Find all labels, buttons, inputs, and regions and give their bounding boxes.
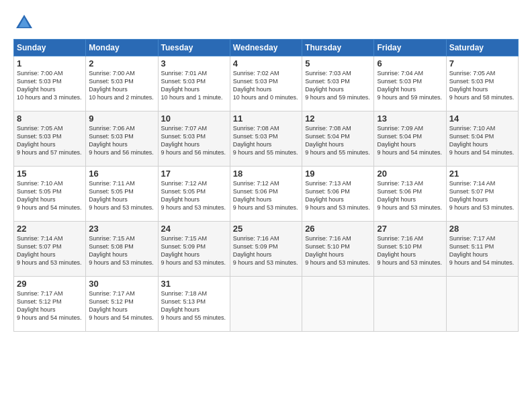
header-thursday: Thursday: [302, 40, 374, 56]
day-number: 30: [89, 279, 154, 289]
cell-content: Sunrise: 7:04 AM Sunset: 5:03 PM Dayligh…: [377, 69, 443, 102]
calendar-cell: 11 Sunrise: 7:08 AM Sunset: 5:03 PM Dayl…: [230, 111, 302, 167]
day-number: 17: [161, 169, 227, 179]
day-number: 12: [305, 113, 371, 124]
day-number: 8: [17, 113, 83, 124]
day-number: 14: [449, 113, 515, 124]
calendar-cell: 10 Sunrise: 7:07 AM Sunset: 5:03 PM Dayl…: [158, 111, 230, 167]
cell-content: Sunrise: 7:16 AM Sunset: 5:09 PM Dayligh…: [233, 234, 299, 267]
cell-content: Sunrise: 7:03 AM Sunset: 5:03 PM Dayligh…: [305, 69, 371, 102]
calendar-cell: 31 Sunrise: 7:18 AM Sunset: 5:13 PM Dayl…: [158, 277, 230, 332]
calendar-cell: 6 Sunrise: 7:04 AM Sunset: 5:03 PM Dayli…: [374, 56, 446, 111]
calendar-cell: 30 Sunrise: 7:17 AM Sunset: 5:12 PM Dayl…: [86, 277, 158, 332]
calendar-cell: [230, 277, 302, 332]
calendar-cell: 29 Sunrise: 7:17 AM Sunset: 5:12 PM Dayl…: [14, 277, 86, 332]
cell-content: Sunrise: 7:17 AM Sunset: 5:12 PM Dayligh…: [17, 289, 83, 322]
calendar-cell: 1 Sunrise: 7:00 AM Sunset: 5:03 PM Dayli…: [14, 56, 86, 111]
header: [13, 12, 519, 34]
calendar-cell: 19 Sunrise: 7:13 AM Sunset: 5:06 PM Dayl…: [302, 167, 374, 222]
calendar-cell: 23 Sunrise: 7:15 AM Sunset: 5:08 PM Dayl…: [86, 222, 158, 277]
calendar-cell: 13 Sunrise: 7:09 AM Sunset: 5:04 PM Dayl…: [374, 111, 446, 167]
cell-content: Sunrise: 7:11 AM Sunset: 5:05 PM Dayligh…: [89, 179, 154, 212]
header-tuesday: Tuesday: [158, 40, 230, 56]
day-number: 16: [89, 169, 154, 179]
cell-content: Sunrise: 7:13 AM Sunset: 5:06 PM Dayligh…: [377, 179, 443, 212]
day-number: 9: [89, 113, 154, 124]
cell-content: Sunrise: 7:15 AM Sunset: 5:09 PM Dayligh…: [161, 234, 227, 267]
calendar-cell: 17 Sunrise: 7:12 AM Sunset: 5:05 PM Dayl…: [158, 167, 230, 222]
week-row-1: 1 Sunrise: 7:00 AM Sunset: 5:03 PM Dayli…: [14, 56, 519, 111]
cell-content: Sunrise: 7:16 AM Sunset: 5:10 PM Dayligh…: [305, 234, 371, 267]
cell-content: Sunrise: 7:14 AM Sunset: 5:07 PM Dayligh…: [17, 234, 83, 267]
calendar-cell: 18 Sunrise: 7:12 AM Sunset: 5:06 PM Dayl…: [230, 167, 302, 222]
calendar-cell: 26 Sunrise: 7:16 AM Sunset: 5:10 PM Dayl…: [302, 222, 374, 277]
calendar-cell: 21 Sunrise: 7:14 AM Sunset: 5:07 PM Dayl…: [446, 167, 518, 222]
day-number: 3: [161, 58, 227, 68]
cell-content: Sunrise: 7:08 AM Sunset: 5:03 PM Dayligh…: [233, 124, 299, 157]
cell-content: Sunrise: 7:15 AM Sunset: 5:08 PM Dayligh…: [89, 234, 154, 267]
cell-content: Sunrise: 7:06 AM Sunset: 5:03 PM Dayligh…: [89, 124, 154, 157]
header-monday: Monday: [86, 40, 158, 56]
day-number: 28: [449, 224, 515, 234]
calendar-cell: 27 Sunrise: 7:16 AM Sunset: 5:10 PM Dayl…: [374, 222, 446, 277]
header-row: SundayMondayTuesdayWednesdayThursdayFrid…: [14, 40, 519, 56]
calendar-cell: [302, 277, 374, 332]
logo: [13, 12, 38, 34]
day-number: 6: [377, 58, 443, 68]
day-number: 24: [161, 224, 227, 234]
cell-content: Sunrise: 7:13 AM Sunset: 5:06 PM Dayligh…: [305, 179, 371, 212]
calendar-cell: 14 Sunrise: 7:10 AM Sunset: 5:04 PM Dayl…: [446, 111, 518, 167]
day-number: 1: [17, 58, 83, 68]
calendar-cell: 16 Sunrise: 7:11 AM Sunset: 5:05 PM Dayl…: [86, 167, 158, 222]
day-number: 31: [161, 279, 227, 289]
week-row-3: 15 Sunrise: 7:10 AM Sunset: 5:05 PM Dayl…: [14, 167, 519, 222]
day-number: 23: [89, 224, 154, 234]
cell-content: Sunrise: 7:09 AM Sunset: 5:04 PM Dayligh…: [377, 124, 443, 157]
cell-content: Sunrise: 7:10 AM Sunset: 5:05 PM Dayligh…: [17, 179, 83, 212]
day-number: 27: [377, 224, 443, 234]
day-number: 21: [449, 169, 515, 179]
cell-content: Sunrise: 7:05 AM Sunset: 5:03 PM Dayligh…: [449, 69, 515, 102]
calendar-cell: 20 Sunrise: 7:13 AM Sunset: 5:06 PM Dayl…: [374, 167, 446, 222]
cell-content: Sunrise: 7:01 AM Sunset: 5:03 PM Dayligh…: [161, 69, 227, 102]
day-number: 15: [17, 169, 83, 179]
calendar-cell: 8 Sunrise: 7:05 AM Sunset: 5:03 PM Dayli…: [14, 111, 86, 167]
day-number: 4: [233, 58, 299, 68]
cell-content: Sunrise: 7:16 AM Sunset: 5:10 PM Dayligh…: [377, 234, 443, 267]
cell-content: Sunrise: 7:17 AM Sunset: 5:12 PM Dayligh…: [89, 289, 154, 322]
calendar-cell: 28 Sunrise: 7:17 AM Sunset: 5:11 PM Dayl…: [446, 222, 518, 277]
calendar-cell: [374, 277, 446, 332]
cell-content: Sunrise: 7:18 AM Sunset: 5:13 PM Dayligh…: [161, 289, 227, 322]
cell-content: Sunrise: 7:00 AM Sunset: 5:03 PM Dayligh…: [17, 69, 83, 102]
day-number: 13: [377, 113, 443, 124]
cell-content: Sunrise: 7:08 AM Sunset: 5:04 PM Dayligh…: [305, 124, 371, 157]
day-number: 22: [17, 224, 83, 234]
calendar-cell: 4 Sunrise: 7:02 AM Sunset: 5:03 PM Dayli…: [230, 56, 302, 111]
calendar-cell: 24 Sunrise: 7:15 AM Sunset: 5:09 PM Dayl…: [158, 222, 230, 277]
day-number: 5: [305, 58, 371, 68]
cell-content: Sunrise: 7:14 AM Sunset: 5:07 PM Dayligh…: [449, 179, 515, 212]
cell-content: Sunrise: 7:07 AM Sunset: 5:03 PM Dayligh…: [161, 124, 227, 157]
day-number: 10: [161, 113, 227, 124]
calendar-cell: 22 Sunrise: 7:14 AM Sunset: 5:07 PM Dayl…: [14, 222, 86, 277]
calendar-cell: 25 Sunrise: 7:16 AM Sunset: 5:09 PM Dayl…: [230, 222, 302, 277]
calendar-cell: 5 Sunrise: 7:03 AM Sunset: 5:03 PM Dayli…: [302, 56, 374, 111]
calendar-cell: 15 Sunrise: 7:10 AM Sunset: 5:05 PM Dayl…: [14, 167, 86, 222]
header-friday: Friday: [374, 40, 446, 56]
day-number: 11: [233, 113, 299, 124]
calendar-cell: 12 Sunrise: 7:08 AM Sunset: 5:04 PM Dayl…: [302, 111, 374, 167]
header-saturday: Saturday: [446, 40, 518, 56]
calendar-cell: 7 Sunrise: 7:05 AM Sunset: 5:03 PM Dayli…: [446, 56, 518, 111]
day-number: 26: [305, 224, 371, 234]
week-row-2: 8 Sunrise: 7:05 AM Sunset: 5:03 PM Dayli…: [14, 111, 519, 167]
header-wednesday: Wednesday: [230, 40, 302, 56]
day-number: 25: [233, 224, 299, 234]
cell-content: Sunrise: 7:10 AM Sunset: 5:04 PM Dayligh…: [449, 124, 515, 157]
logo-icon: [13, 12, 35, 34]
day-number: 2: [89, 58, 154, 68]
calendar-cell: 2 Sunrise: 7:00 AM Sunset: 5:03 PM Dayli…: [86, 56, 158, 111]
calendar-cell: 9 Sunrise: 7:06 AM Sunset: 5:03 PM Dayli…: [86, 111, 158, 167]
page: SundayMondayTuesdayWednesdayThursdayFrid…: [0, 0, 532, 338]
cell-content: Sunrise: 7:02 AM Sunset: 5:03 PM Dayligh…: [233, 69, 299, 102]
cell-content: Sunrise: 7:00 AM Sunset: 5:03 PM Dayligh…: [89, 69, 154, 102]
